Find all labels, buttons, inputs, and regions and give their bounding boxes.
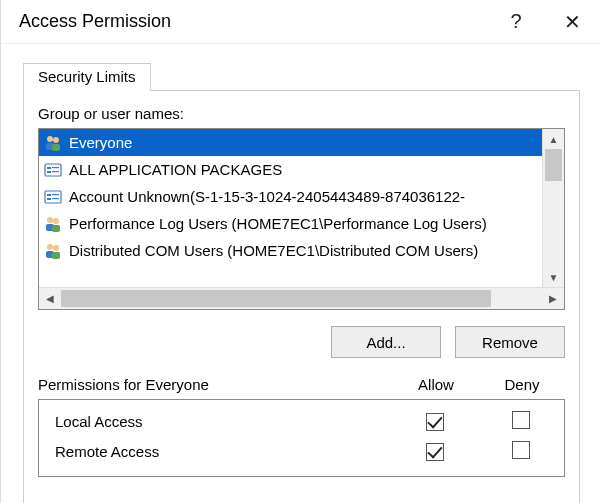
dialog-content: Security Limits Group or user names: Eve…	[1, 44, 600, 503]
scroll-left-icon[interactable]: ◀	[39, 288, 61, 309]
dialog-window: Access Permission ? ✕ Security Limits Gr…	[0, 0, 600, 503]
button-row: Add... Remove	[38, 326, 565, 358]
list-item[interactable]: Performance Log Users (HOME7EC1\Performa…	[39, 210, 542, 237]
help-button[interactable]: ?	[488, 0, 544, 44]
scroll-track[interactable]	[543, 149, 564, 267]
package-icon	[43, 160, 63, 180]
list-item-label: Distributed COM Users (HOME7EC1\Distribu…	[69, 242, 478, 259]
svg-rect-12	[47, 198, 51, 200]
allow-checkbox[interactable]	[426, 443, 444, 461]
svg-rect-9	[45, 191, 61, 203]
svg-rect-13	[52, 198, 59, 199]
svg-rect-3	[52, 144, 60, 151]
titlebar: Access Permission ? ✕	[1, 0, 600, 44]
tab-body: Group or user names: EveryoneALL APPLICA…	[23, 90, 580, 503]
horizontal-scrollbar[interactable]: ◀ ▶	[39, 287, 564, 309]
permission-label: Local Access	[39, 413, 392, 430]
add-button[interactable]: Add...	[331, 326, 441, 358]
list-item-label: Performance Log Users (HOME7EC1\Performa…	[69, 215, 487, 232]
tab-strip: Security Limits	[23, 62, 580, 90]
deny-column-header: Deny	[479, 376, 565, 393]
list-item[interactable]: Account Unknown(S-1-15-3-1024-2405443489…	[39, 183, 542, 210]
svg-rect-4	[45, 164, 61, 176]
close-button[interactable]: ✕	[544, 0, 600, 44]
list-item-label: Everyone	[69, 134, 132, 151]
permission-label: Remote Access	[39, 443, 392, 460]
remove-button[interactable]: Remove	[455, 326, 565, 358]
scroll-thumb[interactable]	[545, 149, 562, 181]
svg-rect-21	[52, 252, 60, 259]
permission-row: Remote Access	[39, 436, 564, 466]
tab-security-limits[interactable]: Security Limits	[23, 63, 151, 91]
window-title: Access Permission	[19, 11, 488, 32]
scroll-down-icon[interactable]: ▼	[543, 267, 564, 287]
svg-rect-6	[52, 167, 59, 168]
hscroll-thumb[interactable]	[61, 290, 491, 307]
vertical-scrollbar[interactable]: ▲ ▼	[542, 129, 564, 287]
list-item[interactable]: Distributed COM Users (HOME7EC1\Distribu…	[39, 237, 542, 264]
scroll-right-icon[interactable]: ▶	[542, 288, 564, 309]
permissions-header: Permissions for Everyone Allow Deny	[38, 376, 565, 393]
svg-point-20	[53, 245, 59, 251]
svg-rect-8	[52, 171, 59, 172]
scroll-up-icon[interactable]: ▲	[543, 129, 564, 149]
list-item[interactable]: Everyone	[39, 129, 542, 156]
list-item[interactable]: ALL APPLICATION PACKAGES	[39, 156, 542, 183]
svg-rect-7	[47, 171, 51, 173]
svg-rect-5	[47, 167, 51, 169]
group-icon	[43, 241, 63, 261]
svg-rect-11	[52, 194, 59, 195]
group-icon	[43, 133, 63, 153]
svg-point-2	[53, 137, 59, 143]
group-user-names-label: Group or user names:	[38, 105, 565, 122]
svg-point-16	[53, 218, 59, 224]
svg-point-0	[47, 136, 53, 142]
allow-checkbox[interactable]	[426, 413, 444, 431]
hscroll-track[interactable]	[61, 288, 542, 309]
svg-point-18	[47, 244, 53, 250]
permission-row: Local Access	[39, 406, 564, 436]
deny-checkbox[interactable]	[512, 411, 530, 429]
svg-rect-17	[52, 225, 60, 232]
svg-point-14	[47, 217, 53, 223]
package-icon	[43, 187, 63, 207]
list-item-label: ALL APPLICATION PACKAGES	[69, 161, 282, 178]
permissions-for-label: Permissions for Everyone	[38, 376, 209, 393]
deny-checkbox[interactable]	[512, 441, 530, 459]
group-icon	[43, 214, 63, 234]
permissions-list: Local AccessRemote Access	[38, 399, 565, 477]
list-item-label: Account Unknown(S-1-15-3-1024-2405443489…	[69, 188, 465, 205]
svg-rect-10	[47, 194, 51, 196]
user-listbox[interactable]: EveryoneALL APPLICATION PACKAGESAccount …	[38, 128, 565, 310]
allow-column-header: Allow	[393, 376, 479, 393]
